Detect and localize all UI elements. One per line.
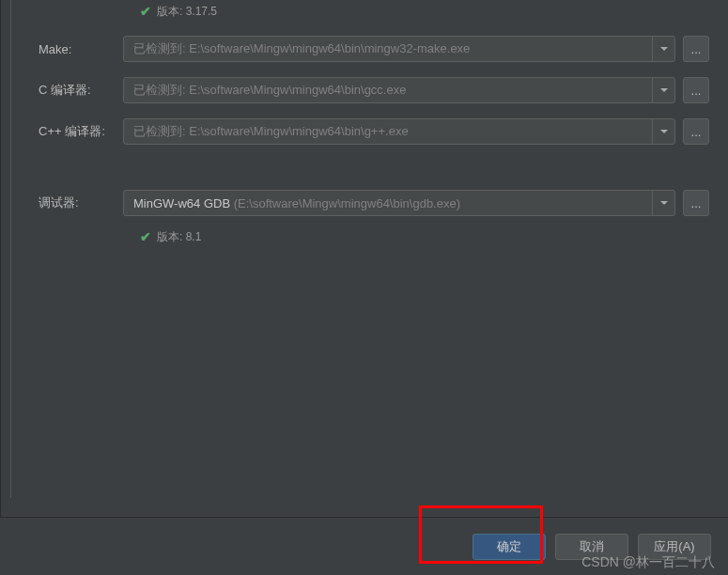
cmake-version-row: ✔ 版本: 3.17.5: [140, 2, 728, 21]
make-value: 已检测到: E:\software\Mingw\mingw64\bin\ming…: [124, 40, 652, 57]
debugger-row: 调试器: MinGW-w64 GDB (E:\software\Mingw\mi…: [1, 182, 728, 224]
dialog-button-bar: 确定 取消 应用(A): [0, 517, 728, 575]
check-icon: ✔: [140, 4, 151, 19]
dropdown-arrow-icon[interactable]: [652, 78, 674, 102]
c-compiler-row: C 编译器: 已检测到: E:\software\Mingw\mingw64\b…: [1, 70, 728, 111]
make-row: Make: 已检测到: E:\software\Mingw\mingw64\bi…: [1, 28, 728, 70]
cpp-compiler-value: 已检测到: E:\software\Mingw\mingw64\bin\g++.…: [124, 123, 652, 140]
c-compiler-combo[interactable]: 已检测到: E:\software\Mingw\mingw64\bin\gcc.…: [123, 77, 675, 103]
dropdown-arrow-icon[interactable]: [652, 119, 674, 144]
cpp-compiler-row: C++ 编译器: 已检测到: E:\software\Mingw\mingw64…: [1, 111, 728, 152]
check-icon: ✔: [140, 229, 151, 244]
cpp-compiler-label: C++ 编译器:: [1, 123, 123, 140]
debugger-browse-button[interactable]: ...: [683, 190, 709, 216]
settings-panel: ✔ 版本: 3.17.5 Make: 已检测到: E:\software\Min…: [0, 0, 728, 575]
c-compiler-browse-button[interactable]: ...: [683, 77, 709, 103]
debugger-version-row: ✔ 版本: 8.1: [140, 227, 728, 246]
cpp-compiler-browse-button[interactable]: ...: [683, 118, 709, 145]
make-combo[interactable]: 已检测到: E:\software\Mingw\mingw64\bin\ming…: [123, 36, 675, 62]
divider-line: [10, 0, 11, 498]
debugger-value: MinGW-w64 GDB (E:\software\Mingw\mingw64…: [124, 196, 652, 210]
apply-button[interactable]: 应用(A): [638, 534, 711, 560]
dropdown-arrow-icon[interactable]: [652, 191, 674, 215]
cancel-button[interactable]: 取消: [555, 534, 628, 560]
debugger-combo[interactable]: MinGW-w64 GDB (E:\software\Mingw\mingw64…: [123, 190, 675, 216]
debugger-label: 调试器:: [1, 194, 123, 211]
c-compiler-label: C 编译器:: [1, 82, 123, 99]
debugger-version-text: 版本: 8.1: [157, 229, 201, 245]
make-label: Make:: [1, 42, 123, 56]
debugger-name: MinGW-w64 GDB: [133, 196, 230, 210]
cpp-compiler-combo[interactable]: 已检测到: E:\software\Mingw\mingw64\bin\g++.…: [123, 118, 675, 145]
cmake-version-text: 版本: 3.17.5: [157, 4, 217, 20]
c-compiler-value: 已检测到: E:\software\Mingw\mingw64\bin\gcc.…: [124, 82, 652, 99]
debugger-path: (E:\software\Mingw\mingw64\bin\gdb.exe): [234, 196, 460, 210]
ok-button[interactable]: 确定: [472, 534, 546, 560]
dropdown-arrow-icon[interactable]: [652, 37, 674, 61]
make-browse-button[interactable]: ...: [683, 36, 709, 62]
